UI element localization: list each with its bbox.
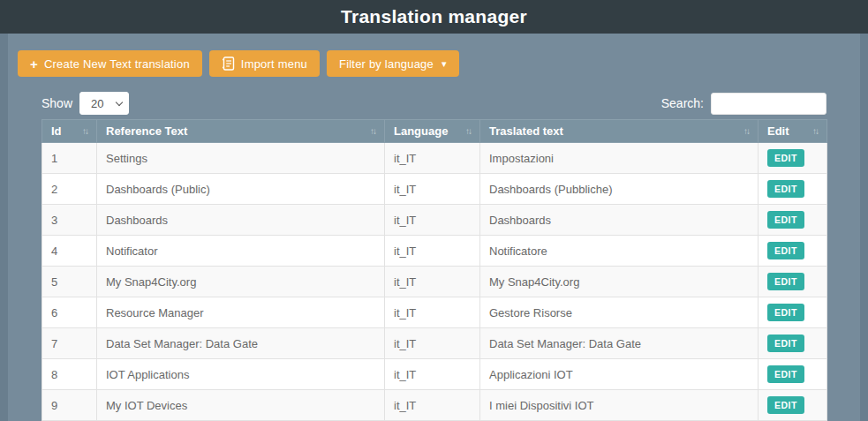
cell-id: 8 bbox=[42, 359, 97, 390]
cell-language: it_IT bbox=[385, 205, 480, 236]
cell-id: 1 bbox=[42, 143, 97, 174]
cell-translated-text: Applicazioni IOT bbox=[480, 359, 759, 390]
cell-translated-text: Data Set Manager: Data Gate bbox=[480, 328, 759, 359]
cell-language: it_IT bbox=[385, 328, 480, 359]
cell-translated-text: My Snap4City.org bbox=[480, 267, 759, 297]
cell-edit: EDIT bbox=[759, 328, 827, 359]
cell-reference-text: Dashboards (Public) bbox=[97, 174, 385, 205]
cell-translated-text: Gestore Risorse bbox=[480, 297, 759, 328]
top-bar: Translation manager bbox=[0, 0, 868, 34]
cell-language: it_IT bbox=[385, 359, 480, 390]
cell-language: it_IT bbox=[385, 297, 480, 328]
sort-icon: ↑↓ bbox=[465, 126, 471, 136]
edit-button[interactable]: EDIT bbox=[767, 396, 804, 414]
import-menu-button[interactable]: Import menu bbox=[209, 50, 320, 77]
cell-reference-text: My IOT Devices bbox=[97, 390, 385, 421]
table-header-row: Id ↑↓ Reference Text ↑↓ Language ↑↓ Tras… bbox=[42, 120, 827, 143]
cell-edit: EDIT bbox=[759, 236, 827, 267]
cell-id: 2 bbox=[42, 174, 97, 205]
filter-by-language-label: Filter by language bbox=[339, 57, 434, 71]
column-header-id[interactable]: Id ↑↓ bbox=[42, 120, 97, 143]
import-menu-icon bbox=[222, 56, 235, 71]
cell-reference-text: Dashboards bbox=[97, 205, 385, 236]
column-header-reference-text[interactable]: Reference Text ↑↓ bbox=[97, 120, 385, 143]
column-header-language[interactable]: Language ↑↓ bbox=[385, 120, 480, 143]
cell-edit: EDIT bbox=[759, 205, 827, 236]
edit-button[interactable]: EDIT bbox=[767, 180, 804, 198]
cell-reference-text: My Snap4City.org bbox=[97, 267, 385, 297]
sort-icon: ↑↓ bbox=[82, 126, 87, 136]
cell-id: 4 bbox=[42, 236, 97, 267]
cell-language: it_IT bbox=[385, 174, 480, 205]
cell-edit: EDIT bbox=[759, 174, 827, 205]
import-menu-label: Import menu bbox=[241, 57, 307, 71]
cell-reference-text: Settings bbox=[97, 143, 385, 174]
table-controls: Show 20 Search: bbox=[42, 92, 826, 115]
edit-button[interactable]: EDIT bbox=[767, 335, 804, 352]
cell-translated-text: I miei Dispositivi IOT bbox=[480, 390, 759, 421]
edit-button[interactable]: EDIT bbox=[767, 304, 804, 321]
table-row: 1Settingsit_ITImpostazioniEDIT bbox=[42, 143, 827, 174]
show-entries-select[interactable]: 20 bbox=[79, 92, 129, 115]
cell-id: 5 bbox=[42, 267, 97, 297]
edit-button[interactable]: EDIT bbox=[767, 242, 804, 259]
cell-id: 6 bbox=[42, 297, 97, 328]
cell-translated-text: Dashboards (Pubbliche) bbox=[480, 174, 759, 205]
cell-reference-text: Resource Manager bbox=[97, 297, 385, 328]
cell-language: it_IT bbox=[385, 236, 480, 267]
caret-down-icon: ▾ bbox=[442, 58, 447, 70]
main-panel: + Create New Text translation Import men… bbox=[8, 34, 860, 421]
table-row: 7Data Set Manager: Data Gateit_ITData Se… bbox=[42, 328, 827, 359]
edit-button[interactable]: EDIT bbox=[767, 273, 804, 290]
column-header-translated-text[interactable]: Traslated text ↑↓ bbox=[480, 120, 759, 143]
cell-id: 9 bbox=[42, 390, 97, 421]
table-row: 5My Snap4City.orgit_ITMy Snap4City.orgED… bbox=[42, 267, 827, 297]
cell-id: 7 bbox=[42, 328, 97, 359]
plus-icon: + bbox=[30, 57, 38, 71]
table-row: 8IOT Applicationsit_ITApplicazioni IOTED… bbox=[42, 359, 827, 390]
sort-icon: ↑↓ bbox=[743, 126, 749, 136]
table-row: 4Notificatorit_ITNotificatoreEDIT bbox=[42, 236, 827, 267]
filter-by-language-button[interactable]: Filter by language ▾ bbox=[327, 50, 459, 77]
page-title: Translation manager bbox=[341, 6, 527, 27]
translations-table-wrap: Id ↑↓ Reference Text ↑↓ Language ↑↓ Tras… bbox=[42, 119, 826, 421]
cell-reference-text: Data Set Manager: Data Gate bbox=[97, 328, 385, 359]
cell-translated-text: Dashboards bbox=[480, 205, 759, 236]
search-label: Search: bbox=[661, 96, 704, 110]
translations-table: Id ↑↓ Reference Text ↑↓ Language ↑↓ Tras… bbox=[42, 119, 827, 421]
search-input[interactable] bbox=[711, 93, 826, 115]
sort-icon: ↑↓ bbox=[812, 126, 818, 136]
cell-language: it_IT bbox=[385, 267, 480, 297]
toolbar: + Create New Text translation Import men… bbox=[8, 50, 860, 77]
cell-reference-text: IOT Applications bbox=[97, 359, 385, 390]
cell-translated-text: Impostazioni bbox=[480, 143, 759, 174]
cell-translated-text: Notificatore bbox=[480, 236, 759, 267]
cell-reference-text: Notificator bbox=[97, 236, 385, 267]
table-body: 1Settingsit_ITImpostazioniEDIT2Dashboard… bbox=[42, 143, 827, 421]
cell-edit: EDIT bbox=[759, 143, 827, 174]
cell-edit: EDIT bbox=[759, 390, 827, 421]
table-row: 3Dashboardsit_ITDashboardsEDIT bbox=[42, 205, 827, 236]
column-header-edit[interactable]: Edit ↑↓ bbox=[759, 120, 827, 143]
create-translation-label: Create New Text translation bbox=[44, 57, 190, 71]
edit-button[interactable]: EDIT bbox=[767, 211, 804, 229]
sort-icon: ↑↓ bbox=[370, 126, 375, 136]
cell-id: 3 bbox=[42, 205, 97, 236]
edit-button[interactable]: EDIT bbox=[767, 365, 804, 383]
cell-edit: EDIT bbox=[759, 297, 827, 328]
table-row: 9My IOT Devicesit_ITI miei Dispositivi I… bbox=[42, 390, 827, 421]
cell-language: it_IT bbox=[385, 390, 480, 421]
table-row: 2Dashboards (Public)it_ITDashboards (Pub… bbox=[42, 174, 827, 205]
table-row: 6Resource Managerit_ITGestore RisorseEDI… bbox=[42, 297, 827, 328]
cell-edit: EDIT bbox=[759, 267, 827, 297]
create-translation-button[interactable]: + Create New Text translation bbox=[18, 50, 202, 77]
cell-edit: EDIT bbox=[759, 359, 827, 390]
cell-language: it_IT bbox=[385, 143, 480, 174]
edit-button[interactable]: EDIT bbox=[767, 149, 804, 167]
show-label: Show bbox=[42, 96, 72, 110]
